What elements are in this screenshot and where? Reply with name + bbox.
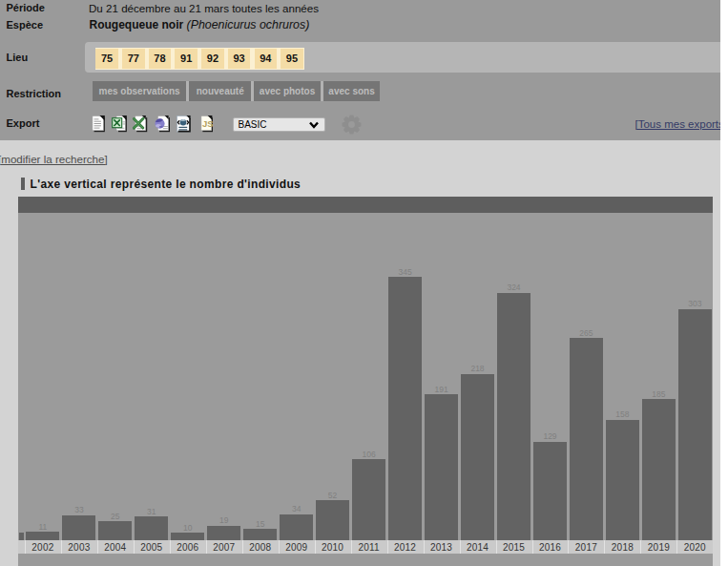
svg-text:JS: JS (202, 118, 214, 129)
